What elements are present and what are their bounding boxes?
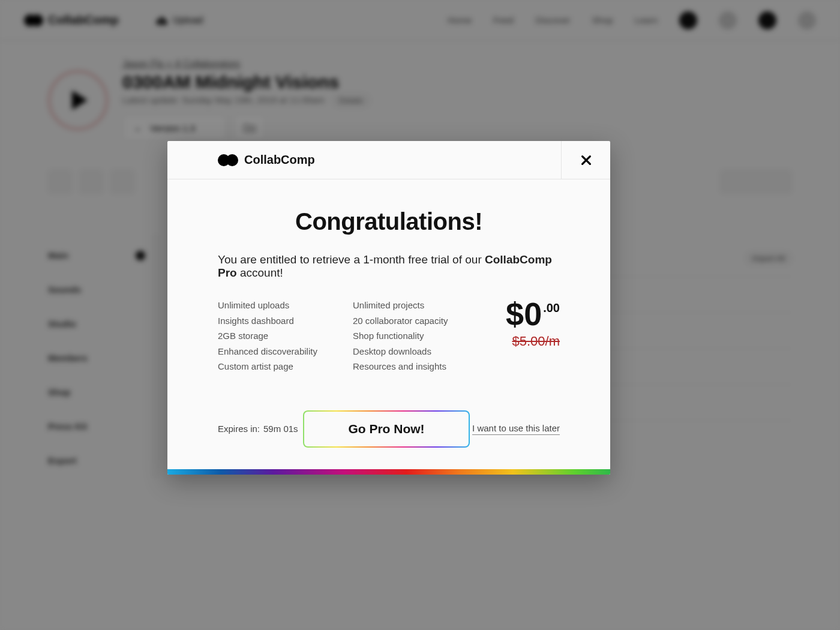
go-pro-button[interactable]: Go Pro Now! [303,410,470,448]
modal-gradient-bar [167,469,610,475]
close-button[interactable] [561,141,610,179]
feature-item: Custom artist page [218,359,353,374]
modal-subtitle: You are entitled to retrieve a 1-month f… [218,253,560,280]
feature-item: Desktop downloads [353,344,488,359]
modal-sub-pre: You are entitled to retrieve a 1-month f… [218,253,485,266]
logo-mark-icon [218,154,238,166]
modal-sub-post: account! [237,266,283,279]
features-col-1: Unlimited uploads Insights dashboard 2GB… [218,298,353,374]
modal-header: CollabComp [167,141,610,179]
price-dollar: $0 [506,298,542,330]
price-value: $0 .00 [506,298,560,330]
feature-item: 2GB storage [218,328,353,344]
feature-item: Unlimited projects [353,298,488,313]
modal-logo: CollabComp [218,153,315,167]
feature-item: Enhanced discoverability [218,344,353,359]
features-row: Unlimited uploads Insights dashboard 2GB… [218,298,560,374]
modal-brand: CollabComp [244,153,315,167]
expires-time: 59m 01s [263,424,298,434]
feature-item: Insights dashboard [218,313,353,329]
feature-item: Shop functionality [353,328,488,344]
expires-label: Expires in:59m 01s [218,424,302,434]
use-later-link[interactable]: I want to use this later [472,423,560,435]
price-strike: $5.00/m [488,334,560,349]
feature-item: Unlimited uploads [218,298,353,313]
feature-item: 20 collaborator capacity [353,313,488,329]
feature-item: Resources and insights [353,359,488,374]
upgrade-modal: CollabComp Congratulations! You are enti… [167,141,610,475]
price-block: $0 .00 $5.00/m [488,298,560,374]
modal-title: Congratulations! [218,208,560,235]
modal-body: Congratulations! You are entitled to ret… [167,179,610,469]
close-icon [580,154,593,167]
price-cents: .00 [543,301,560,315]
features-col-2: Unlimited projects 20 collaborator capac… [353,298,488,374]
expires-prefix: Expires in: [218,424,260,434]
go-pro-label: Go Pro Now! [304,412,469,446]
modal-action-row: Expires in:59m 01s Go Pro Now! I want to… [218,410,560,448]
